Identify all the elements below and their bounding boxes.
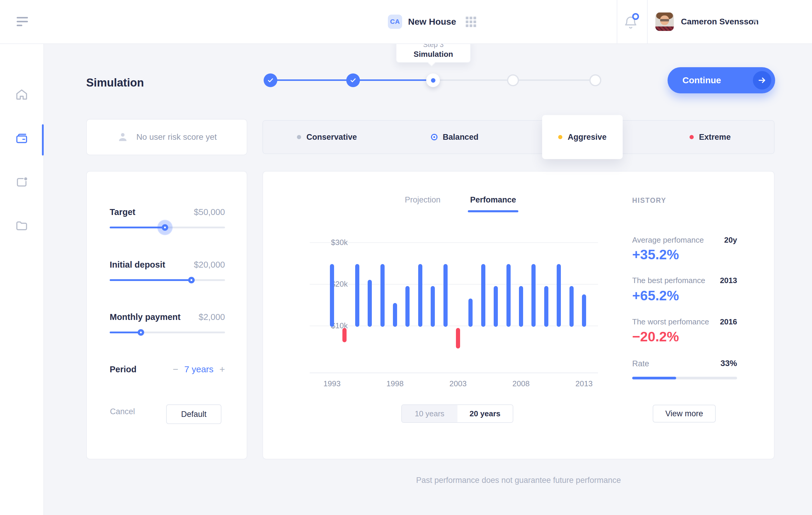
performance-card: ProjectionPerfomance $30k$20k$10k1993199… — [262, 171, 775, 459]
bar-2006[interactable] — [494, 286, 498, 327]
sidebar-active-indicator — [42, 124, 44, 155]
notification-dot — [632, 13, 639, 20]
slider-thumb[interactable] — [188, 277, 195, 283]
bar-1998[interactable] — [393, 303, 397, 327]
slider-value: $2,000 — [199, 312, 225, 322]
default-button[interactable]: Default — [166, 404, 222, 424]
check-icon — [350, 77, 357, 84]
x-axis-label: 2013 — [575, 379, 593, 388]
bar-2001[interactable] — [431, 286, 435, 327]
hamburger-menu-icon[interactable] — [17, 17, 29, 26]
bar-1995[interactable] — [355, 264, 359, 327]
bar-2002[interactable] — [443, 264, 447, 327]
continue-button[interactable]: Continue — [668, 67, 775, 93]
bar-2013[interactable] — [582, 294, 586, 327]
tab-perfomance[interactable]: Perfomance — [470, 195, 516, 205]
bar-2007[interactable] — [506, 264, 511, 327]
user-avatar[interactable] — [655, 12, 674, 31]
chevron-down-icon[interactable] — [752, 20, 758, 23]
risk-option-aggresive[interactable]: Aggresive — [519, 121, 646, 153]
sidebar-item-wallet[interactable] — [15, 132, 29, 145]
slider-label: Target — [110, 207, 135, 217]
period-label: Period — [110, 365, 137, 374]
risk-option-raised-card[interactable]: Aggresive — [542, 115, 623, 159]
slider-thumb[interactable] — [162, 224, 168, 231]
step-current-dot — [431, 78, 435, 83]
folder-icon — [15, 219, 29, 232]
arrow-right-icon — [753, 71, 771, 89]
bar-2010[interactable] — [544, 286, 548, 327]
radio-selected-icon — [431, 134, 437, 140]
rate-progress-bar[interactable] — [632, 377, 737, 379]
step-4-todo[interactable] — [507, 74, 519, 86]
tooltip-step-label: Simulation — [414, 50, 453, 59]
step-1-done[interactable] — [264, 74, 277, 87]
simulation-dashboard: CA New House Cameron Svensson — [0, 0, 812, 515]
history-row-value: −20.2% — [632, 328, 679, 345]
step-2-done[interactable] — [346, 74, 360, 87]
step-5-todo[interactable] — [589, 74, 601, 86]
user-name[interactable]: Cameron Svensson — [681, 0, 758, 44]
period-minus-button[interactable]: − — [173, 365, 178, 374]
slider-label: Monthly payment — [110, 312, 180, 322]
view-more-button[interactable]: View more — [653, 405, 716, 423]
continue-button-label: Continue — [683, 67, 721, 93]
bar-2011[interactable] — [557, 264, 561, 327]
gridline-$20k — [310, 284, 598, 285]
bar-2009[interactable] — [531, 264, 535, 327]
notifications-bell-icon[interactable] — [623, 15, 638, 30]
bar-2012[interactable] — [570, 286, 574, 327]
history-row-meta: 20y — [724, 235, 737, 245]
active-tab-underline — [468, 210, 518, 212]
gridline-$30k — [310, 242, 598, 243]
check-icon — [267, 77, 274, 84]
slider-track[interactable] — [110, 279, 225, 281]
period-value[interactable]: 7 years — [184, 364, 213, 374]
risk-option-balanced[interactable]: Balanced — [391, 121, 519, 153]
risk-empty-message: No user risk score yet — [137, 132, 217, 142]
history-row-label: The best perfomance — [632, 276, 705, 285]
slider-fill — [110, 332, 141, 333]
range-10-years[interactable]: 10 years — [402, 405, 457, 422]
apps-grid-icon[interactable] — [466, 17, 476, 27]
rate-progress-fill — [632, 377, 676, 379]
history-row-meta: 2016 — [720, 317, 737, 326]
slider-header: Monthly payment$2,000 — [110, 312, 225, 322]
risk-score-card: No user risk score yet — [86, 119, 247, 155]
wallet-icon — [15, 132, 29, 145]
bar-1996[interactable] — [368, 280, 372, 327]
period-plus-button[interactable]: + — [219, 365, 225, 374]
range-20-years[interactable]: 20 years — [457, 405, 513, 422]
slider-label: Initial deposit — [110, 260, 165, 270]
range-toggle: 10 years20 years — [401, 404, 513, 423]
bar-1994[interactable] — [342, 328, 347, 342]
step-3-current[interactable] — [426, 74, 440, 87]
cancel-button[interactable]: Cancel — [110, 407, 135, 416]
tab-projection[interactable]: Projection — [405, 195, 440, 205]
slider-thumb[interactable] — [138, 329, 144, 336]
bar-2004[interactable] — [468, 298, 472, 327]
risk-option-label: Extreme — [699, 133, 731, 142]
bar-2000[interactable] — [418, 264, 422, 327]
risk-profile-selector: ConservativeBalancedAggresiveExtreme — [262, 120, 775, 154]
period-row: Period − 7 years + — [110, 364, 225, 374]
sidebar-item-folder[interactable] — [15, 219, 29, 232]
sidebar-item-projects[interactable] — [15, 175, 29, 189]
bar-1997[interactable] — [380, 264, 385, 327]
bar-1999[interactable] — [405, 286, 410, 327]
risk-option-extreme[interactable]: Extreme — [646, 121, 774, 153]
slider-track[interactable] — [110, 227, 225, 228]
slider-initial-deposit: Initial deposit$20,000 — [110, 260, 225, 281]
risk-option-conservative[interactable]: Conservative — [263, 121, 391, 153]
bar-2005[interactable] — [481, 264, 485, 327]
parameters-card: Target$50,000Initial deposit$20,000Month… — [86, 171, 247, 459]
bar-1993[interactable] — [330, 264, 334, 327]
disclaimer-text: Past performance does not guarantee futu… — [262, 476, 775, 485]
bar-2003[interactable] — [456, 328, 460, 348]
bar-2008[interactable] — [519, 286, 523, 327]
project-badge[interactable]: CA — [388, 15, 402, 29]
sidebar-item-home[interactable] — [15, 88, 29, 102]
risk-option-label: Aggresive — [568, 133, 607, 142]
header-divider — [647, 0, 648, 44]
slider-track[interactable] — [110, 332, 225, 333]
